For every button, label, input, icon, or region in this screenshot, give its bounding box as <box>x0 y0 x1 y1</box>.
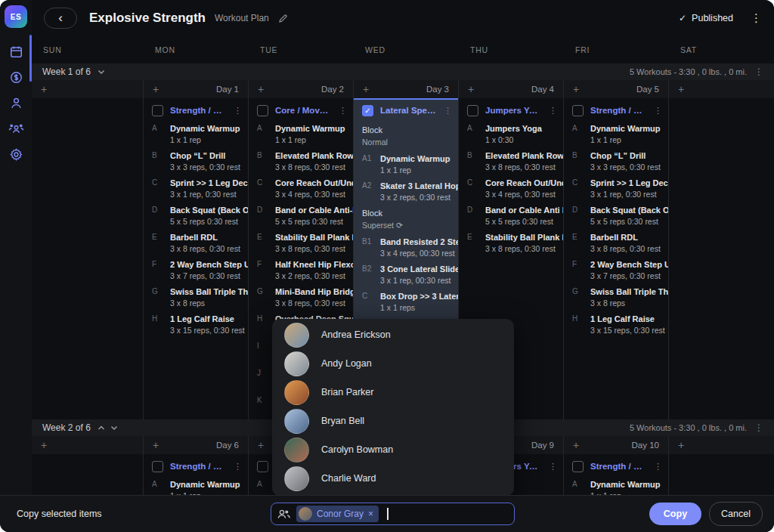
add-workout-button[interactable]: + <box>573 84 579 94</box>
exercise-row[interactable]: H1 Leg Calf Raise3 x 15 reps, 0:30 rest <box>152 314 242 336</box>
workout-checkbox[interactable] <box>467 105 478 116</box>
exercise-row[interactable]: DBack Squat (Back Off Set)5 x 5 reps 0:3… <box>572 205 662 227</box>
remove-chip-icon[interactable]: × <box>368 509 373 519</box>
athlete-list-item[interactable]: Andy Logan <box>272 349 514 378</box>
kebab-icon[interactable]: ⋮ <box>339 106 347 116</box>
workout-checkbox[interactable]: ✓ <box>362 105 373 116</box>
exercise-row[interactable]: FHalf Kneel Hip Flexor Rais...3 x 2 reps… <box>257 259 347 281</box>
exercise-row[interactable]: EBarbell RDL3 x 8 reps, 0:30 rest <box>152 232 242 254</box>
cancel-button[interactable]: Cancel <box>709 502 763 526</box>
athlete-search-input[interactable]: Conor Gray × <box>271 503 515 525</box>
add-workout-button[interactable]: + <box>573 440 579 450</box>
exercise-row[interactable]: A2Skater 3 Lateral Hops >> ...3 x 2 reps… <box>362 181 452 203</box>
exercise-row[interactable]: GMini-Band Hip Bridge w/ ...3 x 8 reps, … <box>257 286 347 308</box>
workout-checkbox[interactable] <box>257 105 268 116</box>
workout-card[interactable]: Strength / Hypertro...⋮ADynamic Warmup1 … <box>564 98 668 336</box>
add-workout-button[interactable]: + <box>153 84 159 94</box>
workout-checkbox[interactable] <box>572 461 584 472</box>
chevron-down-icon[interactable] <box>110 425 118 431</box>
exercise-row[interactable]: ADynamic Warmup1 x 1 rep <box>257 123 347 145</box>
athlete-list-item[interactable]: Bryan Bell <box>272 407 514 435</box>
exercise-row[interactable]: BChop “L” Drill3 x 3 reps, 0:30 rest <box>152 150 242 172</box>
exercise-row[interactable]: CCore Reach Out/Under3 x 4 reps, 0:30 re… <box>257 178 347 200</box>
sidebar-item-billing[interactable] <box>0 64 32 90</box>
workout-checkbox[interactable] <box>152 105 163 116</box>
exercise-row[interactable]: ADynamic Warmup1 x 1 rep <box>152 479 242 495</box>
kebab-icon[interactable]: ⋮ <box>654 462 662 472</box>
add-workout-button[interactable]: + <box>363 84 369 94</box>
exercise-row[interactable]: BChop “L” Drill3 x 3 reps, 0:30 rest <box>572 150 662 172</box>
workout-card[interactable]: Jumpers Yoga / Core⋮AJumpers Yoga1 x 0:3… <box>459 98 563 254</box>
workout-card-header: Jumpers Yoga / Core⋮ <box>459 101 563 120</box>
exercise-row[interactable]: AJumpers Yoga1 x 0:30 <box>467 123 557 145</box>
exercise-row[interactable]: DBand or Cable Anti Rotati...5 x 5 reps … <box>467 205 557 227</box>
sidebar-item-calendar[interactable] <box>0 39 32 64</box>
add-workout-button[interactable]: + <box>41 84 47 94</box>
add-workout-button[interactable]: + <box>468 84 474 94</box>
exercise-name: Mini-Band Hip Bridge w/ ... <box>275 286 354 297</box>
day-header-cell: +Day 10 <box>564 436 669 454</box>
exercise-row[interactable]: ADynamic Warmup1 x 1 rep <box>152 123 242 145</box>
chevron-up-icon[interactable] <box>98 425 105 431</box>
exercise-row[interactable]: CCore Reach Out/Under3 x 4 reps, 0:30 re… <box>467 178 557 200</box>
athlete-list-item[interactable]: Carolyn Bowman <box>272 435 514 464</box>
kebab-icon[interactable]: ⋮ <box>234 106 242 116</box>
workout-card[interactable]: Strength / Hypertro...⋮ADynamic Warmup1 … <box>144 454 248 495</box>
exercise-row[interactable]: CSprint >> 1 Leg Declarations3 x 1 rep, … <box>152 178 242 200</box>
exercise-row[interactable]: ADynamic Warmup1 x 1 rep <box>572 123 662 145</box>
exercise-row[interactable]: DBack Squat (Back Off Set)5 x 5 reps 0:3… <box>152 205 242 227</box>
exercise-row[interactable]: F2 Way Bench Step Up3 x 7 reps, 0:30 res… <box>572 259 662 281</box>
athlete-list-item[interactable]: Andrea Erickson <box>272 320 514 349</box>
exercise-row[interactable]: B23 Cone Lateral Slide3 x 1 rep, 00:30 r… <box>362 264 452 286</box>
kebab-icon[interactable]: ⋮ <box>444 106 452 116</box>
workout-card[interactable]: Strength / Hypertro...⋮ADynamic Warmup1 … <box>144 98 248 336</box>
exercise-row[interactable]: CSprint >> 1 Leg Declarations3 x 1 rep, … <box>572 178 662 200</box>
exercise-row[interactable]: ADynamic Warmup1 x 1 rep <box>572 479 662 495</box>
exercise-row[interactable]: GSwiss Ball Triple Threat3 x 8 reps <box>152 286 242 308</box>
kebab-icon[interactable]: ⋮ <box>549 462 557 472</box>
add-workout-button[interactable]: + <box>153 440 159 450</box>
exercise-row[interactable]: EBarbell RDL3 x 8 reps, 0:30 rest <box>572 232 662 254</box>
sidebar-item-athlete[interactable] <box>0 90 32 116</box>
back-button[interactable]: ‹ <box>44 8 77 29</box>
header-kebab-icon[interactable]: ⋮ <box>751 11 762 25</box>
weekday-label: THU <box>459 45 564 54</box>
exercise-row[interactable]: F2 Way Bench Step Up3 x 7 reps, 0:30 res… <box>152 259 242 281</box>
cycle-icon: ⟳ <box>394 221 403 230</box>
sidebar-item-settings[interactable] <box>0 141 32 167</box>
workout-card[interactable]: Strength / Hypertro...⋮ADynamic Warmup1 … <box>564 454 668 495</box>
app-logo[interactable]: ES <box>5 5 27 28</box>
kebab-icon[interactable]: ⋮ <box>754 422 763 433</box>
exercise-letter: B2 <box>362 264 380 286</box>
exercise-row[interactable]: A1Dynamic Warmup1 x 1 rep <box>362 153 452 175</box>
add-workout-button[interactable]: + <box>41 440 47 450</box>
kebab-icon[interactable]: ⋮ <box>234 462 242 472</box>
workout-checkbox[interactable] <box>572 105 584 116</box>
exercise-row[interactable]: GSwiss Ball Triple Threat3 x 8 reps <box>572 286 662 308</box>
exercise-row[interactable]: EStability Ball Plank Linear ...3 x 8 re… <box>257 232 347 254</box>
kebab-icon[interactable]: ⋮ <box>754 66 763 77</box>
add-workout-button[interactable]: + <box>678 440 684 450</box>
exercise-row[interactable]: DBand or Cable Anti-Rotati...5 x 5 reps … <box>257 205 347 227</box>
athlete-list-item[interactable]: Charlie Ward <box>272 464 514 493</box>
add-workout-button[interactable]: + <box>258 440 264 450</box>
workout-checkbox[interactable] <box>152 461 163 472</box>
kebab-icon[interactable]: ⋮ <box>549 106 557 116</box>
exercise-row[interactable]: B1Band Resisted 2 Step Late...3 x 4 reps… <box>362 237 452 258</box>
athlete-list-item[interactable]: Brian Parker <box>272 378 514 407</box>
exercise-row[interactable]: CBox Drop >> 3 Lateral H...1 x 1 reps <box>362 291 452 313</box>
sidebar-item-teams[interactable] <box>0 116 32 141</box>
selected-athlete-chip[interactable]: Conor Gray × <box>296 506 379 522</box>
workout-card[interactable]: ✓Lateral Speed / Plyo⋮BlockNormalA1Dynam… <box>354 98 458 351</box>
edit-title-icon[interactable] <box>278 14 288 23</box>
add-workout-button[interactable]: + <box>678 84 684 94</box>
add-workout-button[interactable]: + <box>258 84 264 94</box>
exercise-row[interactable]: BElevated Plank Row3 x 8 reps, 0:30 rest <box>257 150 347 172</box>
copy-button[interactable]: Copy <box>649 503 701 525</box>
chevron-down-icon[interactable] <box>98 70 105 75</box>
workout-checkbox[interactable] <box>257 461 268 472</box>
exercise-row[interactable]: EStability Ball Plank Linear ...3 x 8 re… <box>467 232 557 254</box>
exercise-row[interactable]: BElevated Plank Row3 x 8 reps, 0:30 rest <box>467 150 557 172</box>
exercise-row[interactable]: H1 Leg Calf Raise3 x 15 reps, 0:30 rest <box>572 314 662 336</box>
kebab-icon[interactable]: ⋮ <box>654 106 662 116</box>
